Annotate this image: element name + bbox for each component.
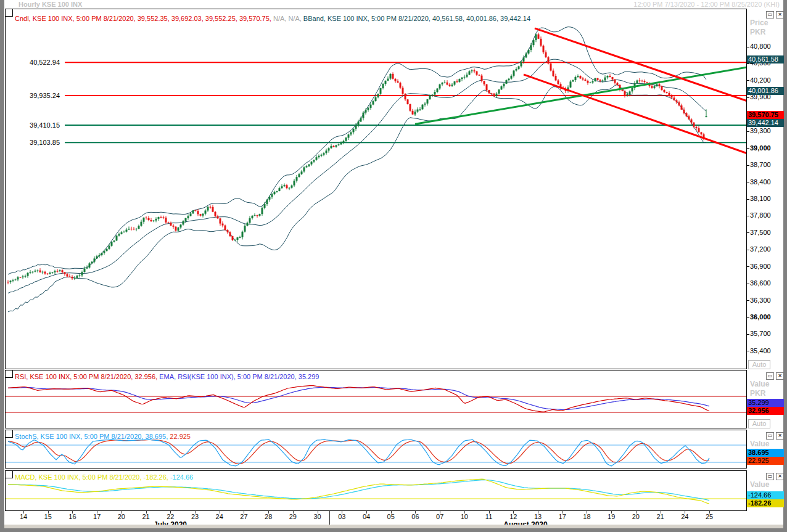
tick-mark (747, 80, 749, 81)
maximize-icon[interactable]: ▭ (766, 432, 774, 440)
panel-handle[interactable] (5, 9, 13, 17)
value-tag: 38.695 (747, 449, 784, 457)
close-icon[interactable]: ✕ (776, 11, 784, 18)
price-tick-label: 38,400 (747, 178, 771, 186)
chart-window: Hourly KSE 100 INX 12:00 PM 7/13/2020 - … (0, 0, 787, 532)
indicator-main-line[interactable] (8, 386, 709, 412)
price-legend[interactable]: Cndl, KSE 100 INX, 5:00 PM 8/21/2020, 39… (15, 15, 530, 22)
tick-mark (747, 97, 749, 98)
price-tick-label: 39,000 (747, 144, 771, 152)
date-tick-label: 21 (656, 513, 664, 520)
close-icon[interactable]: ✕ (776, 432, 784, 440)
value-tag: 22.925 (747, 457, 784, 465)
axis-title: PKR (750, 389, 765, 398)
stochastic-legend[interactable]: StochS, KSE 100 INX, 5:00 PM 8/21/2020, … (15, 433, 191, 440)
price-line-label: 39,103.85 (30, 139, 60, 146)
panel-controls: ▭✕ (766, 372, 784, 380)
indicator-derived-line[interactable] (8, 440, 709, 464)
price-tick-label: 36,000 (747, 313, 771, 321)
tick-mark (747, 182, 749, 182)
macd-legend[interactable]: MACD, KSE 100 INX, 5:00 PM 8/21/2020, -1… (15, 473, 193, 481)
price-tick-label: 36,900 (747, 263, 771, 270)
tick-mark (747, 131, 749, 132)
legend-segment: MACD, KSE 100 INX, 5:00 PM 8/21/2020, -1… (15, 473, 168, 481)
axis-title: Value (750, 480, 769, 489)
price-line-label: 39,410.15 (30, 121, 60, 129)
price-tick-label: 38,700 (747, 161, 771, 168)
price-tick-label: 37,500 (747, 229, 771, 236)
tick-mark (747, 284, 749, 284)
date-tick-label: 15 (44, 513, 52, 520)
date-tick-label: 06 (411, 513, 419, 520)
price-tick-label: 37,800 (747, 211, 771, 219)
panel-handle[interactable] (5, 470, 13, 478)
date-tick-label: 28 (265, 513, 272, 520)
rsi-panel[interactable]: RSI, KSE 100 INX, 5:00 PM 8/21/2020, 32.… (5, 370, 747, 428)
price-tick-label: 40,200 (747, 76, 771, 84)
legend-segment: EMA, RSI(KSE 100 INX), 5:00 PM 8/21/2020… (157, 373, 319, 380)
axis-title: Price (750, 18, 768, 28)
tick-mark (747, 334, 749, 335)
date-tick-label: 04 (363, 513, 370, 520)
panel-controls: ▭✕ (766, 11, 784, 18)
panel-handle[interactable] (5, 370, 13, 378)
candlestick-chart[interactable]: 40,522.9439,935.2439,410.1539,103.85 (6, 9, 746, 369)
maximize-icon[interactable]: ▭ (766, 372, 774, 380)
tick-mark (747, 351, 749, 351)
price-tick-label: 35,700 (747, 330, 771, 337)
maximize-icon[interactable]: ▭ (766, 11, 774, 18)
legend-segment: Cndl, KSE 100 INX, 5:00 PM 8/21/2020, 39… (15, 15, 271, 22)
panel-handle[interactable] (5, 430, 13, 438)
value-tag: -182.26 (747, 499, 784, 507)
maximize-icon[interactable]: ▭ (766, 473, 774, 480)
candles-up[interactable] (10, 34, 707, 284)
macd-panel[interactable]: MACD, KSE 100 INX, 5:00 PM 8/21/2020, -1… (5, 470, 747, 511)
close-icon[interactable]: ✕ (776, 473, 784, 480)
value-tag: 40,001.86 (747, 87, 784, 95)
window-title: Hourly KSE 100 INX (19, 1, 82, 8)
tick-mark (747, 266, 749, 267)
price-tick-label: 36,300 (747, 297, 771, 304)
indicator-main-line[interactable] (8, 479, 709, 504)
auto-scale-button[interactable]: Auto (748, 419, 770, 428)
date-tick-label: 19 (608, 513, 615, 520)
date-tick-label: 05 (387, 513, 395, 520)
date-tick-label: 23 (191, 513, 199, 520)
date-tick-label: 27 (240, 513, 247, 520)
date-tick-label: 25 (706, 513, 713, 520)
axis-title: Value (750, 440, 769, 449)
value-tag: 32.956 (747, 407, 784, 415)
price-tick-label: 40,800 (747, 43, 771, 50)
bollinger-band-line[interactable] (8, 59, 706, 293)
date-tick-label: 11 (485, 513, 492, 520)
price-chart-panel[interactable]: 40,522.9439,935.2439,410.1539,103.85 Cnd… (5, 9, 747, 369)
value-tag: 35.299 (747, 399, 784, 407)
stochastic-panel[interactable]: StochS, KSE 100 INX, 5:00 PM 8/21/2020, … (5, 430, 747, 469)
value-tag: 40,561.58 (747, 55, 784, 63)
tick-mark (747, 300, 749, 301)
bollinger-band-line[interactable] (8, 27, 706, 275)
date-tick-label: 16 (68, 513, 76, 520)
axis-title: PKR (750, 28, 765, 37)
close-icon[interactable]: ✕ (776, 372, 784, 380)
price-tick-label: 37,200 (747, 245, 771, 253)
date-tick-label: 17 (559, 513, 566, 520)
date-tick-label: 20 (118, 513, 125, 520)
rsi-legend[interactable]: RSI, KSE 100 INX, 5:00 PM 8/21/2020, 32.… (15, 373, 319, 380)
auto-scale-button[interactable]: Auto (748, 360, 770, 369)
value-tag: -124.66 (747, 491, 784, 499)
window-frame (0, 528, 787, 532)
tick-mark (747, 199, 749, 200)
date-tick-label: 13 (534, 513, 542, 520)
indicator-derived-line[interactable] (8, 480, 709, 501)
date-tick-label: 10 (461, 513, 468, 520)
bollinger-band-line[interactable] (8, 84, 706, 312)
legend-segment: N/A, N/A, (271, 15, 302, 22)
value-tag: 39,442.14 (747, 119, 784, 127)
date-tick-label: 24 (216, 513, 223, 520)
price-line-label: 39,935.24 (30, 92, 60, 99)
date-range-label: 12:00 PM 7/13/2020 - 12:00 PM 8/25/2020 … (633, 1, 780, 8)
value-tag: 39,570.75 (747, 111, 784, 119)
legend-segment: 22.925 (168, 433, 191, 440)
tick-mark (747, 317, 749, 318)
